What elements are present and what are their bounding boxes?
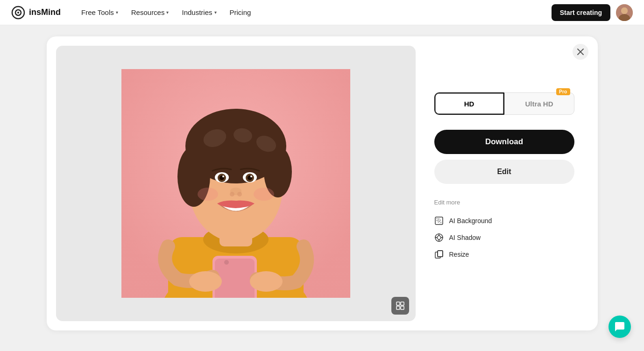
svg-point-49 xyxy=(437,236,441,239)
svg-point-38 xyxy=(189,271,222,292)
resize-handle-button[interactable] xyxy=(391,297,409,315)
pro-badge: Pro xyxy=(556,88,570,95)
start-creating-button[interactable]: Start creating xyxy=(552,4,610,21)
chat-bubble-button[interactable] xyxy=(609,316,631,338)
edit-more-label: Edit more xyxy=(434,199,574,206)
edit-more-section: Edit more AI Background xyxy=(434,199,574,263)
chevron-down-icon: ▾ xyxy=(116,10,118,15)
main-content: HD Ultra HD Pro Download Edit Edit more xyxy=(0,25,644,342)
controls-panel: HD Ultra HD Pro Download Edit Edit more xyxy=(416,46,588,321)
svg-point-32 xyxy=(237,192,242,197)
svg-point-33 xyxy=(198,188,218,201)
resize-icon xyxy=(396,301,405,310)
svg-point-37 xyxy=(224,260,229,265)
logo[interactable]: insMind xyxy=(11,6,61,20)
edit-button[interactable]: Edit xyxy=(434,160,574,184)
download-button[interactable]: Download xyxy=(434,130,574,154)
ai-background-item[interactable]: AI Background xyxy=(434,212,574,229)
svg-rect-44 xyxy=(435,217,443,225)
nav-item-pricing[interactable]: Pricing xyxy=(224,5,257,20)
svg-rect-41 xyxy=(401,302,404,305)
chevron-down-icon: ▾ xyxy=(166,10,169,15)
svg-rect-55 xyxy=(438,251,443,257)
result-card: HD Ultra HD Pro Download Edit Edit more xyxy=(47,36,598,330)
ai-shadow-icon xyxy=(434,233,444,242)
logo-text: insMind xyxy=(29,7,61,17)
resize-edit-icon xyxy=(434,250,444,259)
svg-point-29 xyxy=(250,176,252,177)
svg-point-39 xyxy=(250,271,283,292)
image-panel xyxy=(56,46,416,321)
svg-point-34 xyxy=(254,188,274,201)
navbar-right: Start creating xyxy=(552,4,633,21)
svg-rect-40 xyxy=(396,302,400,305)
preview-image xyxy=(121,69,350,298)
nav-item-industries[interactable]: Industries ▾ xyxy=(176,5,222,20)
nav-menu: Free Tools ▾ Resources ▾ Industries ▾ Pr… xyxy=(76,5,537,20)
logo-icon xyxy=(11,6,25,20)
svg-line-46 xyxy=(437,220,439,223)
svg-point-6 xyxy=(621,7,628,14)
svg-rect-43 xyxy=(401,306,404,309)
svg-point-2 xyxy=(17,12,19,14)
chevron-down-icon: ▾ xyxy=(214,10,217,15)
svg-rect-42 xyxy=(396,306,400,309)
nav-item-free-tools[interactable]: Free Tools ▾ xyxy=(76,5,124,20)
ai-shadow-item[interactable]: AI Shadow xyxy=(434,229,574,246)
chat-icon xyxy=(614,321,625,332)
nav-item-resources[interactable]: Resources ▾ xyxy=(126,5,175,20)
close-button[interactable] xyxy=(573,44,588,60)
navbar: insMind Free Tools ▾ Resources ▾ Industr… xyxy=(0,0,644,25)
svg-point-28 xyxy=(222,176,224,177)
svg-point-31 xyxy=(230,192,234,197)
ultra-hd-button[interactable]: Ultra HD Pro xyxy=(504,92,574,115)
hd-button[interactable]: HD xyxy=(434,92,504,115)
close-icon xyxy=(577,49,584,55)
avatar-image xyxy=(616,4,633,21)
avatar[interactable] xyxy=(616,4,633,21)
resize-item[interactable]: Resize xyxy=(434,246,574,263)
quality-selector: HD Ultra HD Pro xyxy=(434,92,574,115)
ai-background-icon xyxy=(434,216,444,225)
svg-line-47 xyxy=(439,218,441,221)
